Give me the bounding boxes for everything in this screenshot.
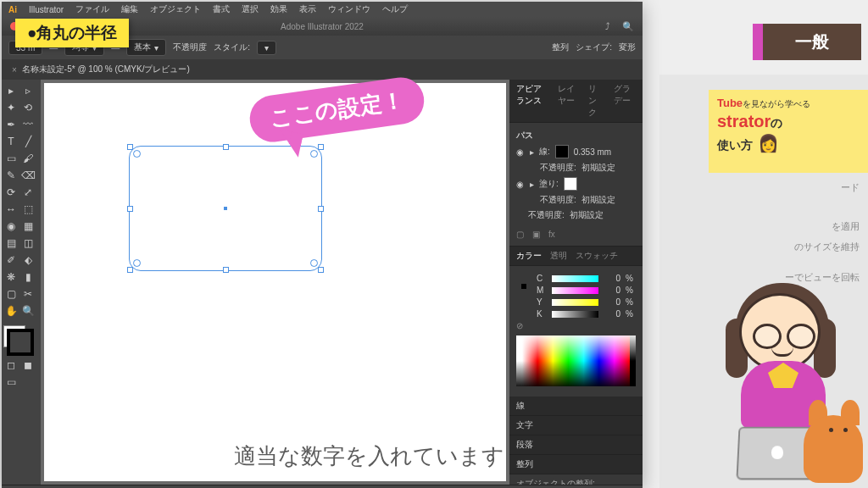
symbol-sprayer-tool[interactable]: ❋ <box>3 269 19 285</box>
eyedropper-tool[interactable]: ✐ <box>3 252 19 268</box>
tab-appearance[interactable]: アピアランス <box>516 83 549 119</box>
eye-icon[interactable]: ◉ <box>516 147 525 157</box>
color-spectrum[interactable] <box>516 336 636 386</box>
handle-bl[interactable] <box>127 267 133 273</box>
opacity-value[interactable]: 初期設定 <box>581 162 615 174</box>
tab-transparency[interactable]: 透明 <box>550 250 567 262</box>
add-stroke-icon[interactable]: ▢ <box>516 230 524 239</box>
handle-l[interactable] <box>127 206 133 212</box>
style-select[interactable]: ▾ <box>257 41 276 55</box>
shaper-tool[interactable]: ✎ <box>3 168 19 183</box>
type-tool[interactable]: T <box>3 134 19 149</box>
eye-icon[interactable]: ◉ <box>516 180 525 189</box>
align-panel-collapsed[interactable]: 整列 <box>509 455 643 474</box>
y-slider[interactable] <box>552 299 598 306</box>
handle-tl[interactable] <box>127 144 133 150</box>
tab-close-icon[interactable]: × <box>12 65 17 75</box>
menu-help[interactable]: ヘルプ <box>382 3 408 15</box>
eraser-tool[interactable]: ⌫ <box>20 168 36 183</box>
rotate-tool[interactable]: ⟳ <box>3 185 19 200</box>
paintbrush-tool[interactable]: 🖌 <box>20 151 36 166</box>
fill-color-swatch[interactable] <box>564 177 577 191</box>
k-value[interactable]: 0 <box>604 309 620 319</box>
corner-widget-tr[interactable] <box>310 150 318 158</box>
artboard[interactable] <box>44 83 506 481</box>
menu-view[interactable]: 表示 <box>299 3 316 15</box>
add-effect-icon[interactable]: fx <box>548 230 555 239</box>
handle-br[interactable] <box>318 267 324 273</box>
selection-tool[interactable]: ▸ <box>3 83 19 98</box>
transform-label[interactable]: 変形 <box>619 42 636 53</box>
color-stroke-swatch[interactable] <box>521 284 526 289</box>
search-icon[interactable]: 🔍 <box>622 21 634 32</box>
stroke-value[interactable]: 0.353 mm <box>574 147 611 157</box>
handle-b[interactable] <box>223 267 229 273</box>
pen-tool[interactable]: ✒ <box>3 117 19 132</box>
tab-links[interactable]: リンク <box>588 83 605 119</box>
stroke-swatch[interactable] <box>7 329 34 356</box>
blend-tool[interactable]: ⬖ <box>20 252 36 268</box>
menu-file[interactable]: ファイル <box>75 3 109 15</box>
zoom-tool[interactable]: 🔍 <box>20 303 36 319</box>
artboard-tool[interactable]: ▢ <box>3 286 19 302</box>
handle-t[interactable] <box>223 144 229 150</box>
perspective-tool[interactable]: ▦ <box>20 219 36 234</box>
c-slider[interactable] <box>552 275 598 282</box>
shape-builder-tool[interactable]: ◉ <box>3 219 19 234</box>
magic-wand-tool[interactable]: ✦ <box>3 100 19 115</box>
slice-tool[interactable]: ✂ <box>20 286 36 302</box>
handle-r[interactable] <box>318 206 324 212</box>
free-transform-tool[interactable]: ⬚ <box>20 202 36 217</box>
shape-label[interactable]: シェイプ: <box>576 42 612 53</box>
curvature-tool[interactable]: 〰 <box>20 117 36 132</box>
menu-effect[interactable]: 効果 <box>270 3 287 15</box>
document-tab[interactable]: × 名称未設定-5* @ 100 % (CMYK/プレビュー) <box>2 60 200 79</box>
graph-tool[interactable]: ▮ <box>20 269 36 285</box>
width-tool[interactable]: ↔ <box>3 202 19 217</box>
menu-edit[interactable]: 編集 <box>121 3 138 15</box>
fill-stroke-swatch[interactable] <box>3 325 34 356</box>
corner-widget-br[interactable] <box>310 259 318 267</box>
menu-select[interactable]: 選択 <box>242 3 259 15</box>
menu-type[interactable]: 書式 <box>213 3 230 15</box>
share-icon[interactable]: ⤴ <box>605 21 610 32</box>
menu-window[interactable]: ウィンドウ <box>328 3 370 15</box>
scale-tool[interactable]: ⤢ <box>20 185 36 200</box>
m-value[interactable]: 0 <box>604 286 620 295</box>
paragraph-panel-collapsed[interactable]: 段落 <box>509 435 643 455</box>
c-value[interactable]: 0 <box>604 274 620 283</box>
y-value[interactable]: 0 <box>604 297 620 307</box>
tab-swatches[interactable]: スウォッチ <box>576 250 618 262</box>
none-icon[interactable]: ⊘ <box>516 321 636 330</box>
hand-tool[interactable]: ✋ <box>3 303 19 319</box>
line-tool[interactable]: ╱ <box>20 134 36 149</box>
opacity-value-2[interactable]: 初期設定 <box>581 194 615 206</box>
tab-gradient[interactable]: グラデー <box>614 83 636 119</box>
k-slider[interactable] <box>552 311 598 318</box>
opacity-value-3[interactable]: 初期設定 <box>570 209 604 221</box>
menu-object[interactable]: オブジェクト <box>150 3 201 15</box>
ai-logo-icon: Ai <box>8 5 17 14</box>
stroke-panel-collapsed[interactable]: 線 <box>509 396 643 416</box>
corner-widget-bl[interactable] <box>133 259 141 267</box>
draw-mode-behind[interactable]: ◼ <box>20 358 36 373</box>
gradient-tool[interactable]: ◫ <box>20 236 36 251</box>
rectangle-tool[interactable]: ▭ <box>3 151 19 166</box>
rounded-rect-shape[interactable] <box>129 146 322 271</box>
corner-widget-tl[interactable] <box>133 150 141 158</box>
direct-selection-tool[interactable]: ▹ <box>20 83 36 98</box>
brush-select[interactable]: 基本 ▾ <box>126 39 166 56</box>
tab-color[interactable]: カラー <box>516 250 542 262</box>
menu-illustrator[interactable]: Illustrator <box>29 5 64 14</box>
handle-tr[interactable] <box>318 144 324 150</box>
add-fill-icon[interactable]: ▣ <box>532 230 540 239</box>
stroke-color-swatch[interactable] <box>555 145 569 158</box>
screen-mode[interactable]: ▭ <box>3 374 19 390</box>
mesh-tool[interactable]: ▤ <box>3 236 19 251</box>
character-panel-collapsed[interactable]: 文字 <box>509 416 643 435</box>
lasso-tool[interactable]: ⟲ <box>20 100 36 115</box>
m-slider[interactable] <box>552 287 598 294</box>
tab-layers[interactable]: レイヤー <box>558 83 580 119</box>
align-label[interactable]: 整列 <box>552 42 569 53</box>
draw-mode-normal[interactable]: ◻ <box>3 358 19 373</box>
